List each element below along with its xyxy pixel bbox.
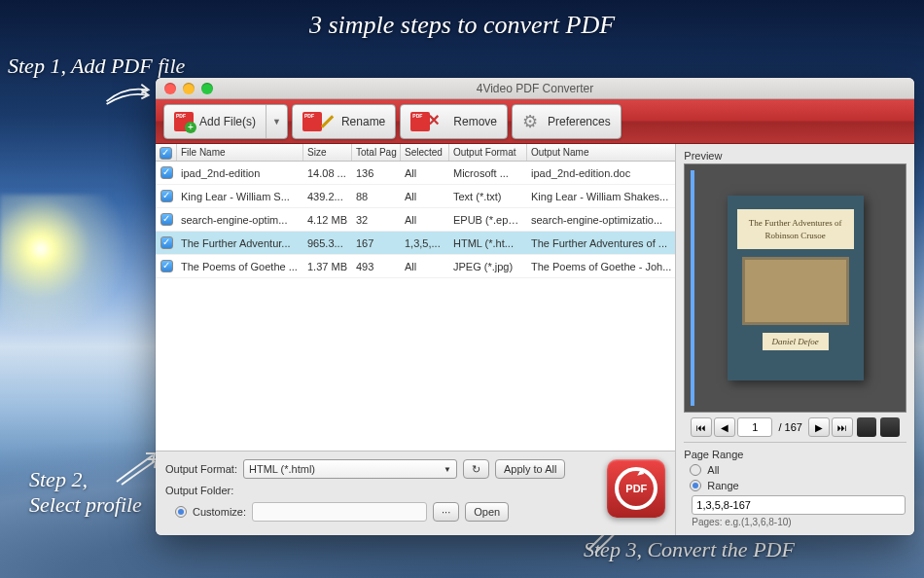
pdf-icon: [410, 112, 430, 131]
cell-totalpage: 32: [352, 214, 401, 226]
gear-icon: [522, 112, 542, 131]
arrow-icon: [102, 78, 156, 107]
row-checkbox[interactable]: [160, 236, 173, 249]
refresh-button[interactable]: ↻: [463, 459, 489, 479]
x-icon: [428, 112, 447, 131]
book-cover: The Further Adventures of Robinson Cruso…: [728, 196, 864, 380]
convert-icon: PDF: [615, 467, 657, 510]
cell-filename: ipad_2nd-edition: [177, 167, 303, 179]
range-all-label: All: [707, 464, 719, 476]
cell-size: 965.3...: [303, 237, 352, 249]
customize-path-input[interactable]: [252, 502, 427, 522]
open-folder-button[interactable]: Open: [465, 502, 509, 522]
cell-filename: search-engine-optim...: [177, 214, 303, 226]
cell-totalpage: 493: [352, 261, 401, 272]
cell-selected: All: [401, 167, 449, 179]
table-header: File Name Size Total Pag Selected Output…: [156, 144, 675, 162]
book-title: The Further Adventures of Robinson Cruso…: [737, 209, 854, 249]
customize-radio[interactable]: [175, 506, 187, 518]
cell-size: 4.12 MB: [303, 214, 352, 226]
cell-selected: All: [401, 261, 449, 272]
pencil-icon: [318, 113, 336, 130]
preferences-label: Preferences: [548, 115, 611, 128]
chevron-down-icon: ▼: [444, 465, 451, 474]
app-window: 4Video PDF Converter Add File(s) ▼ Renam…: [156, 78, 914, 535]
apply-to-all-button[interactable]: Apply to All: [495, 459, 565, 479]
first-page-button[interactable]: ⏮: [691, 417, 712, 437]
table-row[interactable]: search-engine-optim...4.12 MB32AllEPUB (…: [156, 208, 675, 232]
file-table: ipad_2nd-edition14.08 ...136AllMicrosoft…: [156, 162, 675, 451]
preferences-button[interactable]: Preferences: [512, 104, 622, 139]
chevron-down-icon[interactable]: ▼: [266, 105, 287, 138]
pdf-add-icon: [174, 112, 194, 131]
cell-format: JPEG (*.jpg): [449, 261, 527, 272]
cell-size: 1.37 MB: [303, 261, 352, 272]
table-row[interactable]: The Further Adventur...965.3...1671,3,5,…: [156, 232, 675, 255]
cell-format: Microsoft ...: [449, 167, 527, 179]
page-range-panel: Page Range All Range Pages: e.g.(1,3,6,8…: [684, 442, 906, 527]
titlebar: 4Video PDF Converter: [156, 78, 914, 99]
output-folder-label: Output Folder:: [165, 485, 233, 496]
range-custom-label: Range: [707, 480, 738, 491]
page-number-input[interactable]: [737, 417, 772, 437]
rename-label: Rename: [341, 115, 385, 128]
output-format-select[interactable]: HTML (*.html) ▼: [243, 459, 457, 479]
cell-outputname: The Further Adventures of ...: [527, 237, 675, 249]
next-page-button[interactable]: ▶: [808, 417, 830, 437]
cell-filename: The Poems of Goethe ...: [177, 261, 303, 272]
add-file-button[interactable]: Add File(s) ▼: [163, 104, 288, 139]
cell-format: Text (*.txt): [449, 191, 527, 202]
fullscreen-button[interactable]: [880, 417, 900, 437]
col-outputname[interactable]: Output Name: [527, 144, 675, 161]
cell-selected: 1,3,5,...: [401, 237, 449, 249]
row-checkbox[interactable]: [160, 190, 173, 202]
cell-selected: All: [401, 214, 449, 226]
book-author: Daniel Defoe: [763, 333, 829, 350]
col-selected[interactable]: Selected: [401, 144, 449, 161]
cell-format: HTML (*.ht...: [449, 237, 527, 249]
book-illustration: [742, 257, 849, 325]
output-panel: Output Format: HTML (*.html) ▼ ↻ Apply t…: [156, 451, 675, 535]
add-file-label: Add File(s): [199, 115, 256, 128]
window-title: 4Video PDF Converter: [156, 82, 914, 95]
range-input[interactable]: [692, 495, 906, 515]
range-hint: Pages: e.g.(1,3,6,8-10): [684, 517, 906, 527]
cell-selected: All: [401, 191, 449, 202]
cell-outputname: search-engine-optimizatio...: [527, 214, 675, 226]
snapshot-button[interactable]: [857, 417, 876, 437]
page-range-title: Page Range: [684, 449, 906, 460]
range-all-radio[interactable]: [690, 464, 701, 476]
prev-page-button[interactable]: ◀: [714, 417, 735, 437]
annotation-title: 3 simple steps to convert PDF: [0, 10, 924, 40]
select-all-checkbox[interactable]: [160, 147, 172, 160]
annotation-step1: Step 1, Add PDF file: [8, 54, 185, 79]
toolbar: Add File(s) ▼ Rename Remove Preferences: [156, 99, 914, 144]
table-row[interactable]: King Lear - William S...439.2...88AllTex…: [156, 185, 675, 208]
arrow-icon: [112, 448, 160, 487]
refresh-icon: ↻: [472, 463, 480, 476]
output-format-value: HTML (*.html): [249, 463, 315, 475]
row-checkbox[interactable]: [160, 166, 173, 179]
col-totalpage[interactable]: Total Pag: [352, 144, 401, 161]
cell-filename: The Further Adventur...: [177, 237, 303, 249]
col-size[interactable]: Size: [303, 144, 352, 161]
table-row[interactable]: ipad_2nd-edition14.08 ...136AllMicrosoft…: [156, 162, 675, 185]
cell-totalpage: 136: [352, 167, 401, 179]
table-row[interactable]: The Poems of Goethe ...1.37 MB493AllJPEG…: [156, 255, 675, 278]
cell-outputname: King Lear - William Shakes...: [527, 191, 675, 202]
cell-size: 439.2...: [303, 191, 352, 202]
convert-button[interactable]: PDF: [607, 459, 665, 518]
rename-button[interactable]: Rename: [292, 104, 396, 139]
last-page-button[interactable]: ⏭: [832, 417, 853, 437]
range-custom-radio[interactable]: [690, 480, 701, 491]
preview-pane: The Further Adventures of Robinson Cruso…: [684, 163, 906, 413]
cell-totalpage: 167: [352, 237, 401, 249]
col-outputformat[interactable]: Output Format: [449, 144, 527, 161]
row-checkbox[interactable]: [160, 260, 173, 272]
row-checkbox[interactable]: [160, 213, 173, 226]
browse-button[interactable]: ···: [433, 502, 459, 522]
col-filename[interactable]: File Name: [177, 144, 303, 161]
remove-button[interactable]: Remove: [400, 104, 508, 139]
page-nav: ⏮ ◀ / 167 ▶ ⏭: [684, 413, 906, 442]
page-total: / 167: [774, 421, 805, 433]
